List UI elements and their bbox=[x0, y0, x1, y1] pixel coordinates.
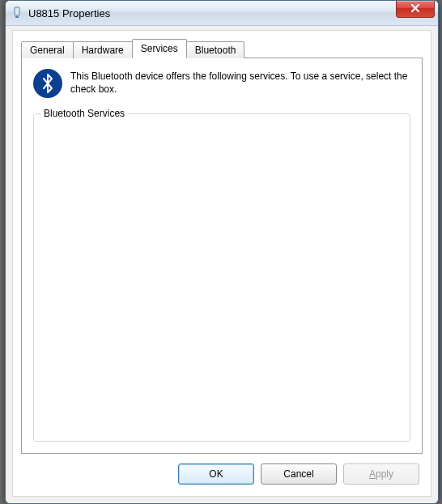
tab-page-services: This Bluetooth device offers the followi… bbox=[21, 58, 423, 454]
apply-button: Apply bbox=[343, 463, 419, 485]
tab-label: General bbox=[30, 45, 65, 56]
cancel-button[interactable]: Cancel bbox=[261, 463, 337, 485]
tab-services[interactable]: Services bbox=[132, 39, 187, 58]
button-label: Cancel bbox=[283, 468, 313, 480]
ok-button[interactable]: OK bbox=[178, 463, 254, 485]
window-title: U8815 Properties bbox=[28, 7, 110, 19]
info-row: This Bluetooth device offers the followi… bbox=[22, 58, 422, 105]
dialog-button-row: OK Cancel Apply bbox=[178, 463, 419, 485]
close-icon bbox=[410, 2, 421, 16]
client-area: General Hardware Services Bluetooth This… bbox=[12, 30, 431, 497]
tab-label: Hardware bbox=[82, 45, 124, 56]
svg-rect-0 bbox=[15, 7, 19, 15]
bluetooth-services-group: Bluetooth Services bbox=[33, 113, 410, 442]
close-button[interactable] bbox=[396, 1, 435, 18]
tabstrip: General Hardware Services Bluetooth bbox=[21, 41, 244, 58]
tab-hardware[interactable]: Hardware bbox=[73, 41, 133, 58]
bluetooth-icon bbox=[33, 69, 62, 98]
fieldset-legend: Bluetooth Services bbox=[40, 108, 128, 119]
app-icon bbox=[11, 6, 23, 19]
svg-rect-1 bbox=[15, 16, 19, 18]
tab-general[interactable]: General bbox=[21, 41, 74, 58]
tab-label: Services bbox=[141, 43, 178, 54]
properties-dialog: U8815 Properties General Hardware Servic… bbox=[5, 0, 439, 504]
button-label: OK bbox=[209, 468, 223, 480]
tab-label: Bluetooth bbox=[195, 45, 236, 56]
tab-bluetooth[interactable]: Bluetooth bbox=[186, 41, 245, 58]
info-text: This Bluetooth device offers the followi… bbox=[70, 68, 410, 98]
button-label: Apply bbox=[369, 468, 393, 480]
titlebar: U8815 Properties bbox=[6, 1, 438, 26]
